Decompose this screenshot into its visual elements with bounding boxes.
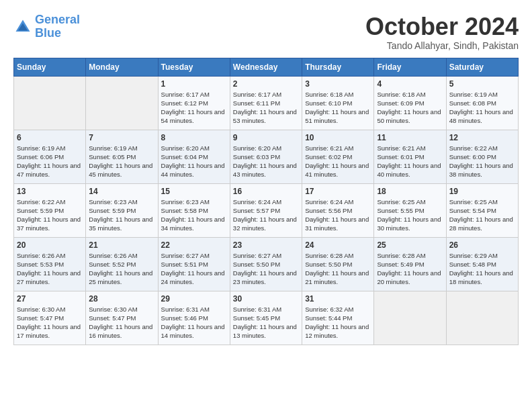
calendar-cell: 14Sunrise: 6:23 AM Sunset: 5:59 PM Dayli… [86,183,158,237]
calendar-cell: 19Sunrise: 6:25 AM Sunset: 5:54 PM Dayli… [446,183,518,237]
weekday-header-row: SundayMondayTuesdayWednesdayThursdayFrid… [14,58,519,76]
calendar-cell: 18Sunrise: 6:25 AM Sunset: 5:55 PM Dayli… [374,183,446,237]
title-block: October 2024 Tando Allahyar, Sindh, Paki… [365,13,519,51]
month-title: October 2024 [365,13,519,40]
cell-sun-info: Sunrise: 6:32 AM Sunset: 5:44 PM Dayligh… [305,305,371,340]
weekday-header: Sunday [14,58,86,76]
day-number: 6 [17,133,83,142]
calendar-cell: 25Sunrise: 6:28 AM Sunset: 5:49 PM Dayli… [374,237,446,291]
cell-sun-info: Sunrise: 6:29 AM Sunset: 5:48 PM Dayligh… [449,251,515,287]
cell-sun-info: Sunrise: 6:18 AM Sunset: 6:10 PM Dayligh… [305,90,371,126]
day-number: 1 [161,79,227,89]
day-number: 23 [233,240,299,250]
cell-sun-info: Sunrise: 6:31 AM Sunset: 5:46 PM Dayligh… [161,305,227,340]
calendar-cell: 26Sunrise: 6:29 AM Sunset: 5:48 PM Dayli… [446,237,518,291]
day-number: 3 [305,79,371,89]
calendar-cell: 11Sunrise: 6:21 AM Sunset: 6:01 PM Dayli… [374,130,446,183]
calendar-cell: 16Sunrise: 6:24 AM Sunset: 5:57 PM Dayli… [230,183,302,237]
cell-sun-info: Sunrise: 6:19 AM Sunset: 6:06 PM Dayligh… [17,144,83,179]
calendar-cell: 31Sunrise: 6:32 AM Sunset: 5:44 PM Dayli… [302,291,374,345]
day-number: 17 [305,187,371,196]
calendar-cell: 3Sunrise: 6:18 AM Sunset: 6:10 PM Daylig… [302,76,374,130]
calendar-cell: 17Sunrise: 6:24 AM Sunset: 5:56 PM Dayli… [302,183,374,237]
day-number: 29 [161,294,227,304]
day-number: 21 [89,240,154,250]
day-number: 10 [305,133,371,142]
cell-sun-info: Sunrise: 6:22 AM Sunset: 6:00 PM Dayligh… [449,144,515,179]
cell-sun-info: Sunrise: 6:30 AM Sunset: 5:47 PM Dayligh… [89,305,154,340]
cell-sun-info: Sunrise: 6:19 AM Sunset: 6:08 PM Dayligh… [449,90,515,126]
calendar-cell: 8Sunrise: 6:20 AM Sunset: 6:04 PM Daylig… [158,130,230,183]
calendar-cell: 21Sunrise: 6:26 AM Sunset: 5:52 PM Dayli… [86,237,158,291]
cell-sun-info: Sunrise: 6:30 AM Sunset: 5:47 PM Dayligh… [17,305,83,340]
calendar-cell: 23Sunrise: 6:27 AM Sunset: 5:50 PM Dayli… [230,237,302,291]
cell-sun-info: Sunrise: 6:18 AM Sunset: 6:09 PM Dayligh… [377,90,443,126]
cell-sun-info: Sunrise: 6:21 AM Sunset: 6:02 PM Dayligh… [305,144,371,179]
cell-sun-info: Sunrise: 6:25 AM Sunset: 5:54 PM Dayligh… [449,197,515,233]
day-number: 20 [17,240,83,250]
calendar-table: SundayMondayTuesdayWednesdayThursdayFrid… [13,58,519,345]
calendar-cell: 12Sunrise: 6:22 AM Sunset: 6:00 PM Dayli… [446,130,518,183]
calendar-cell: 1Sunrise: 6:17 AM Sunset: 6:12 PM Daylig… [158,76,230,130]
calendar-cell: 13Sunrise: 6:22 AM Sunset: 5:59 PM Dayli… [14,183,86,237]
day-number: 24 [305,240,371,250]
day-number: 7 [89,133,154,142]
cell-sun-info: Sunrise: 6:25 AM Sunset: 5:55 PM Dayligh… [377,197,443,233]
day-number: 9 [233,133,299,142]
cell-sun-info: Sunrise: 6:17 AM Sunset: 6:12 PM Dayligh… [161,90,227,126]
day-number: 25 [377,240,443,250]
day-number: 12 [449,133,515,142]
calendar-cell: 9Sunrise: 6:20 AM Sunset: 6:03 PM Daylig… [230,130,302,183]
calendar-cell: 15Sunrise: 6:23 AM Sunset: 5:58 PM Dayli… [158,183,230,237]
calendar-cell: 29Sunrise: 6:31 AM Sunset: 5:46 PM Dayli… [158,291,230,345]
cell-sun-info: Sunrise: 6:23 AM Sunset: 5:59 PM Dayligh… [89,197,154,233]
cell-sun-info: Sunrise: 6:26 AM Sunset: 5:53 PM Dayligh… [17,251,83,287]
weekday-header: Saturday [446,58,518,76]
cell-sun-info: Sunrise: 6:28 AM Sunset: 5:50 PM Dayligh… [305,251,371,287]
cell-sun-info: Sunrise: 6:17 AM Sunset: 6:11 PM Dayligh… [233,90,299,126]
calendar-cell: 27Sunrise: 6:30 AM Sunset: 5:47 PM Dayli… [14,291,86,345]
day-number: 13 [17,187,83,196]
day-number: 30 [233,294,299,304]
calendar-cell [374,291,446,345]
cell-sun-info: Sunrise: 6:26 AM Sunset: 5:52 PM Dayligh… [89,251,154,287]
day-number: 4 [377,79,443,89]
cell-sun-info: Sunrise: 6:24 AM Sunset: 5:56 PM Dayligh… [305,197,371,233]
calendar-cell: 28Sunrise: 6:30 AM Sunset: 5:47 PM Dayli… [86,291,158,345]
calendar-week-row: 6Sunrise: 6:19 AM Sunset: 6:06 PM Daylig… [14,130,519,183]
day-number: 19 [449,187,515,196]
cell-sun-info: Sunrise: 6:27 AM Sunset: 5:50 PM Dayligh… [233,251,299,287]
weekday-header: Tuesday [158,58,230,76]
calendar-cell: 7Sunrise: 6:19 AM Sunset: 6:05 PM Daylig… [86,130,158,183]
calendar-cell: 30Sunrise: 6:31 AM Sunset: 5:45 PM Dayli… [230,291,302,345]
day-number: 28 [89,294,154,304]
day-number: 27 [17,294,83,304]
cell-sun-info: Sunrise: 6:22 AM Sunset: 5:59 PM Dayligh… [17,197,83,233]
weekday-header: Friday [374,58,446,76]
calendar-week-row: 27Sunrise: 6:30 AM Sunset: 5:47 PM Dayli… [14,291,519,345]
calendar-cell [14,76,86,130]
cell-sun-info: Sunrise: 6:20 AM Sunset: 6:04 PM Dayligh… [161,144,227,179]
calendar-cell: 22Sunrise: 6:27 AM Sunset: 5:51 PM Dayli… [158,237,230,291]
cell-sun-info: Sunrise: 6:28 AM Sunset: 5:49 PM Dayligh… [377,251,443,287]
day-number: 5 [449,79,515,89]
cell-sun-info: Sunrise: 6:27 AM Sunset: 5:51 PM Dayligh… [161,251,227,287]
calendar-cell: 24Sunrise: 6:28 AM Sunset: 5:50 PM Dayli… [302,237,374,291]
calendar-cell: 10Sunrise: 6:21 AM Sunset: 6:02 PM Dayli… [302,130,374,183]
logo-text: General Blue [35,13,80,40]
day-number: 22 [161,240,227,250]
cell-sun-info: Sunrise: 6:20 AM Sunset: 6:03 PM Dayligh… [233,144,299,179]
calendar-week-row: 1Sunrise: 6:17 AM Sunset: 6:12 PM Daylig… [14,76,519,130]
calendar-cell: 20Sunrise: 6:26 AM Sunset: 5:53 PM Dayli… [14,237,86,291]
cell-sun-info: Sunrise: 6:24 AM Sunset: 5:57 PM Dayligh… [233,197,299,233]
cell-sun-info: Sunrise: 6:23 AM Sunset: 5:58 PM Dayligh… [161,197,227,233]
calendar-week-row: 20Sunrise: 6:26 AM Sunset: 5:53 PM Dayli… [14,237,519,291]
day-number: 26 [449,240,515,250]
calendar-cell: 2Sunrise: 6:17 AM Sunset: 6:11 PM Daylig… [230,76,302,130]
calendar-cell: 6Sunrise: 6:19 AM Sunset: 6:06 PM Daylig… [14,130,86,183]
weekday-header: Wednesday [230,58,302,76]
calendar-cell: 5Sunrise: 6:19 AM Sunset: 6:08 PM Daylig… [446,76,518,130]
page-header: General Blue October 2024 Tando Allahyar… [13,13,519,51]
cell-sun-info: Sunrise: 6:21 AM Sunset: 6:01 PM Dayligh… [377,144,443,179]
calendar-cell [446,291,518,345]
